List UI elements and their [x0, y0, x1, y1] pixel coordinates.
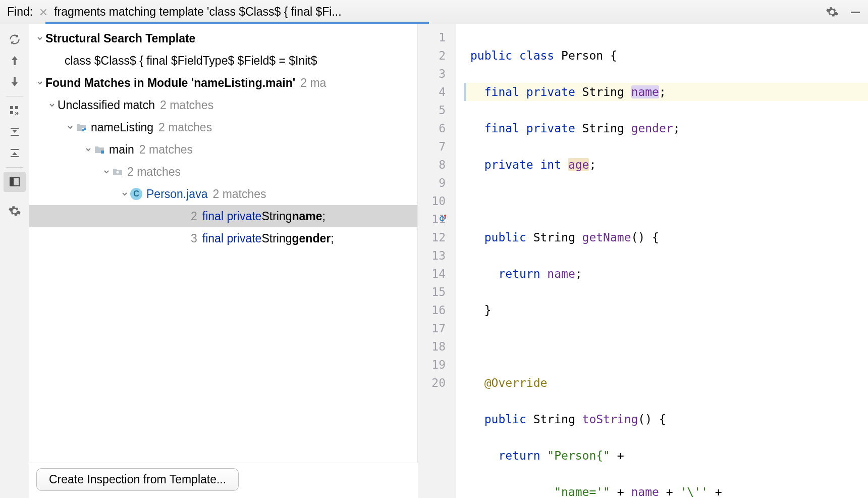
unclassified-row[interactable]: Unclassified match 2 matches [29, 94, 417, 116]
find-label: Find: [7, 5, 33, 19]
chevron-down-icon[interactable] [83, 146, 94, 153]
gutter-line[interactable]: 18 [422, 337, 446, 356]
left-toolbar [0, 24, 29, 498]
gear-icon[interactable] [826, 6, 839, 19]
package-count: 2 matches [127, 165, 181, 179]
file-person-row[interactable]: C Person.java 2 matches [29, 183, 417, 205]
match-lineno: 3 [191, 232, 197, 245]
footer: Create Inspection from Template... [29, 463, 418, 498]
file-person-label: Person.java [146, 187, 207, 201]
preview-toggle-button[interactable] [4, 172, 26, 192]
svg-rect-5 [11, 135, 19, 136]
gutter: 1 2 3 4 5 6 7 8 9 10 11 12 13 14 15 [418, 24, 456, 498]
gutter-line[interactable]: 8 [422, 156, 446, 174]
svg-rect-4 [11, 128, 19, 129]
svg-rect-7 [11, 156, 19, 157]
find-query-text[interactable]: fragments matching template 'class $Clas… [54, 5, 815, 19]
gutter-line[interactable]: 16 [422, 301, 446, 319]
gutter-line[interactable]: 19 [422, 356, 446, 374]
module-icon [76, 122, 87, 133]
module-main-label: main [109, 143, 134, 157]
match-row-gender[interactable]: 3 final private String gender ; [29, 227, 417, 250]
gutter-line[interactable]: 1 [422, 28, 446, 46]
gutter-line[interactable]: 4 [422, 83, 446, 101]
refresh-button[interactable] [4, 29, 26, 49]
match-tail: ; [331, 232, 334, 245]
svg-rect-1 [10, 106, 13, 109]
toolbar-separator [6, 96, 23, 96]
gutter-line[interactable]: 17 [422, 319, 446, 337]
found-header-row[interactable]: Found Matches in Module 'nameListing.mai… [29, 72, 417, 94]
find-underline [45, 22, 429, 24]
match-lineno: 2 [191, 210, 197, 223]
module-main-row[interactable]: main 2 matches [29, 138, 417, 161]
code-area[interactable]: public class Person { final private Stri… [456, 24, 868, 498]
package-row[interactable]: 2 matches [29, 161, 417, 183]
toolbar-separator [6, 167, 23, 168]
match-keyword: final private [202, 210, 262, 223]
unclassified-label: Unclassified match [58, 98, 155, 112]
code-preview: 1 2 3 4 5 6 7 8 9 10 11 12 13 14 15 [418, 24, 868, 498]
module-namelisting-row[interactable]: nameListing 2 matches [29, 116, 417, 138]
svg-rect-3 [15, 106, 18, 109]
gutter-line[interactable]: 6 [422, 119, 446, 137]
gutter-line[interactable]: 15 [422, 283, 446, 301]
gutter-line[interactable]: 5 [422, 101, 446, 119]
unclassified-count: 2 matches [160, 98, 213, 112]
chevron-down-icon[interactable] [101, 168, 112, 175]
file-person-count: 2 matches [212, 187, 266, 201]
group-by-button[interactable] [4, 101, 26, 121]
results-tree: Structural Search Template class $Class$… [29, 24, 418, 463]
gutter-line[interactable]: 12 [422, 228, 446, 246]
svg-rect-2 [10, 111, 13, 114]
source-folder-icon [94, 144, 105, 155]
module-main-count: 2 matches [139, 143, 193, 157]
match-mid: String [261, 232, 292, 245]
svg-point-14 [117, 171, 119, 174]
gutter-line[interactable]: 2 [422, 46, 446, 65]
gutter-line[interactable]: 3 [422, 65, 446, 83]
next-match-button[interactable] [4, 72, 26, 92]
chevron-down-icon[interactable] [119, 190, 130, 197]
close-icon[interactable] [38, 9, 49, 16]
svg-rect-12 [84, 130, 86, 131]
match-keyword: final private [202, 232, 262, 245]
collapse-all-button[interactable] [4, 143, 26, 163]
chevron-down-icon[interactable] [46, 102, 58, 109]
prev-match-button[interactable] [4, 51, 26, 71]
found-header-count: 2 ma [300, 76, 326, 90]
gutter-line[interactable]: 7 [422, 137, 446, 156]
match-identifier: gender [292, 232, 331, 245]
expand-all-button[interactable] [4, 122, 26, 142]
svg-rect-0 [851, 12, 860, 13]
gutter-line[interactable]: 11 [422, 210, 446, 228]
gutter-line[interactable]: 20 [422, 374, 446, 392]
template-header-label: Structural Search Template [45, 32, 195, 45]
gutter-line[interactable]: 10 [422, 192, 446, 210]
create-inspection-button[interactable]: Create Inspection from Template... [36, 468, 239, 491]
svg-rect-9 [10, 178, 14, 186]
folder-icon [112, 166, 123, 177]
minimize-icon[interactable] [850, 7, 861, 18]
match-row-name[interactable]: 2 final private String name ; [29, 205, 417, 227]
chevron-down-icon[interactable] [65, 124, 76, 131]
override-up-icon[interactable] [440, 214, 447, 221]
match-mid: String [261, 210, 292, 223]
svg-rect-11 [82, 128, 84, 129]
template-body-text: class $Class$ { final $FieldType$ $Field… [65, 54, 317, 68]
template-header-row[interactable]: Structural Search Template [29, 27, 417, 49]
gutter-line[interactable]: 9 [422, 174, 446, 192]
class-icon: C [130, 188, 142, 200]
match-identifier: name [292, 210, 322, 223]
gutter-line[interactable]: 13 [422, 246, 446, 265]
chevron-down-icon[interactable] [34, 35, 45, 42]
svg-rect-6 [11, 149, 19, 150]
settings-button[interactable] [4, 201, 26, 221]
gutter-line[interactable]: 14 [422, 265, 446, 283]
template-body-row[interactable]: class $Class$ { final $FieldType$ $Field… [29, 49, 417, 72]
match-tail: ; [322, 210, 326, 223]
chevron-down-icon[interactable] [34, 79, 45, 86]
svg-rect-13 [101, 151, 104, 154]
module-namelisting-label: nameListing [91, 121, 153, 134]
found-header-label: Found Matches in Module 'nameListing.mai… [45, 76, 295, 90]
